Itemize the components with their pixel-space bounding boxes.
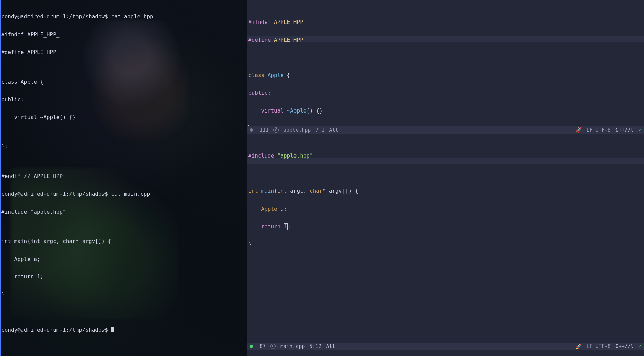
- terminal-output-line: #endif // APPLE_HPP_: [1, 173, 246, 179]
- editor-buffer-top[interactable]: #ifndef APPLE_HPP_ #define APPLE_HPP_ cl…: [247, 0, 644, 134]
- terminal-output-line: virtual ~Apple() {}: [1, 114, 246, 120]
- terminal-prompt: condy@admired-drum-1:/tmp/shadow$: [1, 327, 111, 333]
- encoding: LF UTF-8: [587, 344, 611, 349]
- tok: ~Apple: [287, 107, 307, 114]
- terminal-output-line: Apple a;: [1, 256, 246, 262]
- tok: APPLE_HPP_: [271, 19, 306, 25]
- modeline-bottom[interactable]: 87 C main.cpp 5:12 All 🚀 LF UTF-8 C++//l…: [247, 343, 644, 350]
- blank-line: [248, 171, 643, 177]
- terminal-output-line: [1, 309, 246, 315]
- minibuffer[interactable]: [247, 350, 644, 356]
- tok: int: [277, 188, 290, 194]
- terminal-output-line: }: [1, 292, 246, 298]
- check-icon: ✓: [638, 344, 641, 349]
- tok: (: [274, 188, 277, 194]
- file-size: 111: [260, 127, 269, 133]
- tok: Apple: [261, 206, 281, 212]
- tok: APPLE_HPP_: [271, 37, 306, 43]
- code-area[interactable]: #ifndef APPLE_HPP_ #define APPLE_HPP_ cl…: [247, 0, 644, 126]
- tok: ;: [284, 206, 287, 212]
- copyright-icon: C: [273, 127, 279, 133]
- terminal-output-line: int main(int argc, char* argv[]) {: [1, 238, 246, 244]
- tok: #include: [248, 152, 277, 159]
- tok: #ifndef: [248, 19, 271, 25]
- tok: argc: [290, 188, 303, 194]
- terminal-cmd: cat main.cpp: [111, 191, 150, 197]
- tok: :: [268, 90, 271, 96]
- terminal-cmd: cat apple.hpp: [111, 13, 153, 20]
- major-mode: C++//l: [615, 344, 634, 349]
- tok: main: [261, 188, 274, 194]
- tok: ;: [288, 223, 291, 230]
- encoding: LF UTF-8: [587, 127, 611, 133]
- terminal-output-line: public:: [1, 97, 246, 103]
- modified-indicator-icon: [250, 345, 253, 348]
- tok: #define: [248, 37, 271, 43]
- terminal-prompt: condy@admired-drum-1:/tmp/shadow$: [1, 191, 111, 197]
- file-name: main.cpp: [280, 344, 305, 349]
- tok: Apple: [268, 72, 284, 78]
- tok: {: [284, 72, 290, 78]
- tok: () {}: [306, 107, 322, 114]
- terminal-output-line: #include "apple.hpp": [1, 209, 246, 215]
- editor-buffer-bottom[interactable]: #include "apple.hpp" int main(int argc, …: [247, 134, 644, 350]
- tok: char: [310, 188, 323, 194]
- tok: class: [248, 72, 268, 78]
- terminal-prompt: condy@admired-drum-1:/tmp/shadow$: [1, 13, 111, 20]
- check-icon: ✓: [638, 127, 641, 133]
- tok: return: [261, 223, 284, 230]
- tok: "apple.hpp": [277, 152, 313, 159]
- tok: *: [323, 188, 329, 194]
- tok: a: [280, 206, 284, 212]
- terminal-output-line: };: [1, 144, 246, 150]
- terminal-cursor[interactable]: [111, 327, 114, 332]
- code-area[interactable]: #include "apple.hpp" int main(int argc, …: [247, 134, 644, 343]
- modeline-top[interactable]: 111 C apple.hpp 7:1 All 🚀 LF UTF-8 C++//…: [247, 126, 644, 134]
- cursor-pos: 7:1: [315, 127, 324, 133]
- file-name: apple.hpp: [283, 127, 311, 133]
- tok: ,: [303, 188, 310, 194]
- cursor-pos: 5:12: [309, 344, 321, 349]
- tok: [248, 206, 261, 212]
- tok: virtual: [261, 107, 287, 114]
- tok: [248, 107, 261, 114]
- rocket-icon: 🚀: [576, 344, 582, 349]
- tok: []) {: [342, 188, 358, 194]
- terminal-output-line: #define APPLE_HPP_: [1, 49, 246, 55]
- file-size: 87: [260, 344, 266, 349]
- screen: condy@admired-drum-1:/tmp/shadow$ cat ap…: [0, 0, 644, 356]
- terminal-output-line: class Apple {: [1, 79, 246, 85]
- tok: }: [248, 241, 252, 248]
- major-mode: C++//l: [615, 127, 634, 133]
- modified-indicator-icon: [250, 128, 253, 132]
- editor-pane: #ifndef APPLE_HPP_ #define APPLE_HPP_ cl…: [247, 0, 644, 356]
- tok: [248, 223, 261, 230]
- scroll-pos: All: [326, 344, 335, 349]
- tok: int: [248, 188, 261, 194]
- editor-cursor[interactable]: [248, 125, 252, 126]
- terminal-output-line: return 1;: [1, 274, 246, 280]
- editor-cursor[interactable]: 1: [284, 223, 288, 230]
- terminal-pane[interactable]: condy@admired-drum-1:/tmp/shadow$ cat ap…: [0, 0, 247, 356]
- scroll-pos: All: [329, 127, 338, 133]
- blank-line: [248, 54, 643, 60]
- rocket-icon: 🚀: [576, 127, 582, 133]
- tok: argv: [329, 188, 342, 194]
- copyright-icon: C: [270, 344, 276, 349]
- tok: public: [248, 90, 268, 96]
- terminal-output-line: #ifndef APPLE_HPP_: [1, 32, 246, 38]
